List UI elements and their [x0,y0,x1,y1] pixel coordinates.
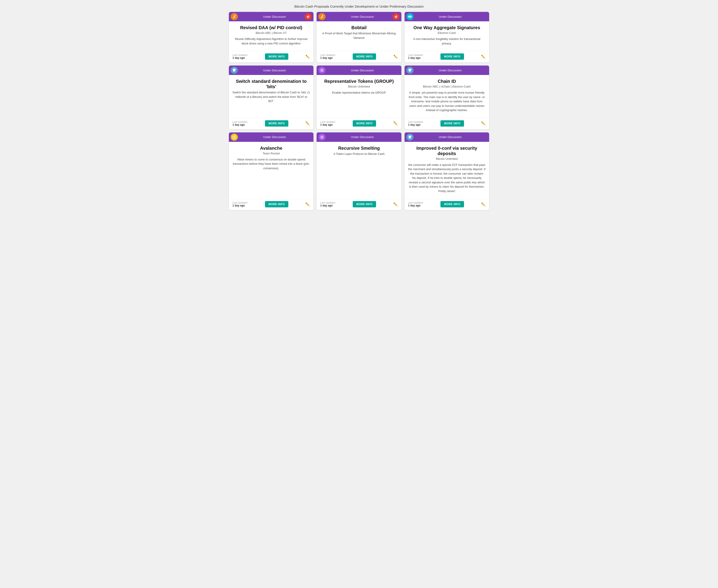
edit-icon-avalanche[interactable]: ✏️ [305,202,310,207]
last-updated-switch-denomination: Last Updated: 1 day ago [232,121,248,126]
card-bobtail: Under Discussion Bobtail A Proof-of-Work… [317,12,401,62]
card-status-avalanche: Under Discussion [263,135,286,139]
card-title-switch-denomination: Switch standard denomination to 'bits' [232,79,310,89]
more-info-button-avalanche[interactable]: MORE INFO [265,201,289,207]
more-info-button-recursive-smelting[interactable]: MORE INFO [353,201,376,207]
page-title: Bitcoin Cash Proposals Currently Under D… [4,4,714,8]
card-chain-id: Under Discussion Chain ID Bitcoin ABC | … [404,65,489,129]
card-header-one-way-aggregate: Under Discussion [404,12,489,21]
card-body-recursive-smelting: Recursive Smelting A Token Layer Protoco… [317,142,401,196]
more-info-button-chain-id[interactable]: MORE INFO [440,120,464,127]
card-body-revised-daa: Revised DAA (w/ PID control) Bitcoin ABC… [229,21,314,48]
card-header-representative-tokens: Under Discussion [317,65,401,75]
card-badge-bobtail [393,13,400,20]
card-header-chain-id: Under Discussion [404,65,489,75]
edit-icon-chain-id[interactable]: ✏️ [481,121,486,125]
edit-icon-recursive-smelting[interactable]: ✏️ [393,202,398,207]
edit-icon-representative-tokens[interactable]: ✏️ [393,121,398,125]
card-description-recursive-smelting: A Token Layer Protocol on Bitcoin Cash [320,152,398,193]
card-body-chain-id: Chain ID Bitcoin ABC | nChain | Electron… [404,75,489,115]
card-title-bobtail: Bobtail [320,25,398,30]
card-improved-0conf: Under Discussion Improved 0-conf via sec… [404,132,489,210]
card-description-representative-tokens: Enable representative tokens via GROUP [320,90,398,112]
card-icon-switch-denomination [231,67,238,74]
card-switch-denomination: Under Discussion Switch standard denomin… [229,65,314,129]
card-icon-representative-tokens [318,67,325,74]
card-status-chain-id: Under Discussion [439,69,462,72]
card-revised-daa: Under Discussion Revised DAA (w/ PID con… [229,12,314,62]
card-icon-chain-id [406,67,414,74]
last-updated-improved-0conf: Last Updated: 1 day ago [408,201,424,207]
card-header-revised-daa: Under Discussion [229,12,314,21]
card-description-avalanche: Allow miners to come to consensus on dou… [232,157,310,193]
edit-icon-revised-daa[interactable]: ✏️ [305,55,310,59]
more-info-button-bobtail[interactable]: MORE INFO [353,54,376,60]
edit-icon-improved-0conf[interactable]: ✏️ [481,202,486,207]
card-footer-revised-daa: Last Updated: 1 day ago MORE INFO ✏️ [229,51,314,62]
card-title-avalanche: Avalanche [232,145,310,151]
card-icon-avalanche [231,133,238,141]
card-body-one-way-aggregate: One Way Aggregate Signatures Electron Ca… [404,21,489,48]
edit-icon-one-way-aggregate[interactable]: ✏️ [481,55,486,59]
last-updated-avalanche: Last Updated: 1 day ago [232,201,248,207]
card-title-one-way-aggregate: One Way Aggregate Signatures [408,25,486,30]
card-title-representative-tokens: Representative Tokens (GROUP) [320,79,398,84]
card-status-switch-denomination: Under Discussion [263,69,286,72]
card-subtitle-avalanche: Team Rocket [232,152,310,155]
more-info-button-representative-tokens[interactable]: MORE INFO [353,120,376,127]
card-body-representative-tokens: Representative Tokens (GROUP) Bitcoin Un… [317,75,401,115]
card-status-representative-tokens: Under Discussion [351,69,374,72]
card-subtitle-representative-tokens: Bitcoin Unlimited [320,85,398,88]
card-header-switch-denomination: Under Discussion [229,65,314,75]
more-info-button-improved-0conf[interactable]: MORE INFO [440,201,464,207]
card-icon-improved-0conf [406,133,414,141]
card-status-bobtail: Under Discussion [351,15,374,18]
card-subtitle-chain-id: Bitcoin ABC | nChain | Electron Cash [408,85,486,88]
card-footer-recursive-smelting: Last Updated: 1 day ago MORE INFO ✏️ [317,198,401,210]
last-updated-representative-tokens: Last Updated: 1 day ago [320,121,336,126]
card-footer-avalanche: Last Updated: 1 day ago MORE INFO ✏️ [229,198,314,210]
last-updated-revised-daa: Last Updated: 1 day ago [232,54,248,60]
card-representative-tokens: Under Discussion Representative Tokens (… [317,65,401,129]
last-updated-chain-id: Last Updated: 1 day ago [408,121,424,126]
card-status-one-way-aggregate: Under Discussion [439,15,462,18]
card-subtitle-one-way-aggregate: Electron Cash [408,31,486,35]
card-footer-representative-tokens: Last Updated: 1 day ago MORE INFO ✏️ [317,118,401,129]
more-info-button-one-way-aggregate[interactable]: MORE INFO [440,54,464,60]
card-description-revised-daa: Revise Difficulty Adjustment Algorithm t… [232,37,310,46]
card-title-improved-0conf: Improved 0-conf via security deposits [408,145,486,156]
card-body-improved-0conf: Improved 0-conf via security deposits Bi… [404,142,489,196]
card-title-chain-id: Chain ID [408,79,486,84]
more-info-button-revised-daa[interactable]: MORE INFO [265,54,289,60]
more-info-button-switch-denomination[interactable]: MORE INFO [265,120,289,127]
card-description-chain-id: A simple, yet powerful way to provide mo… [408,90,486,112]
card-title-recursive-smelting: Recursive Smelting [320,145,398,151]
card-footer-chain-id: Last Updated: 1 day ago MORE INFO ✏️ [404,118,489,129]
card-icon-one-way-aggregate [406,13,414,20]
edit-icon-bobtail[interactable]: ✏️ [393,55,398,59]
card-description-improved-0conf: the consumer will make a special ZCF tra… [408,163,486,193]
card-header-improved-0conf: Under Discussion [404,132,489,142]
card-body-bobtail: Bobtail A Proof-of-Work Target that Mini… [317,21,401,48]
card-description-switch-denomination: Switch the standard denomination of Bitc… [232,90,310,112]
card-footer-improved-0conf: Last Updated: 1 day ago MORE INFO ✏️ [404,198,489,210]
last-updated-bobtail: Last Updated: 1 day ago [320,54,336,60]
card-body-switch-denomination: Switch standard denomination to 'bits' S… [229,75,314,115]
card-header-recursive-smelting: Under Discussion [317,132,401,142]
card-badge-revised-daa [304,13,312,20]
card-icon-bobtail [318,13,325,20]
edit-icon-switch-denomination[interactable]: ✏️ [305,121,310,125]
card-subtitle-revised-daa: Bitcoin ABC | Bitcoin XT [232,31,310,35]
card-status-revised-daa: Under Discussion [263,15,286,18]
card-description-bobtail: A Proof-of-Work Target that Minimizes Bl… [320,31,398,46]
card-status-recursive-smelting: Under Discussion [351,135,374,139]
card-one-way-aggregate: Under Discussion One Way Aggregate Signa… [404,12,489,62]
card-footer-switch-denomination: Last Updated: 1 day ago MORE INFO ✏️ [229,118,314,129]
card-body-avalanche: Avalanche Team Rocket Allow miners to co… [229,142,314,196]
card-avalanche: Under Discussion Avalanche Team Rocket A… [229,132,314,210]
card-icon-recursive-smelting [318,133,325,141]
card-status-improved-0conf: Under Discussion [439,135,462,139]
card-footer-bobtail: Last Updated: 1 day ago MORE INFO ✏️ [317,51,401,62]
card-footer-one-way-aggregate: Last Updated: 1 day ago MORE INFO ✏️ [404,51,489,62]
card-icon-revised-daa [231,13,238,20]
